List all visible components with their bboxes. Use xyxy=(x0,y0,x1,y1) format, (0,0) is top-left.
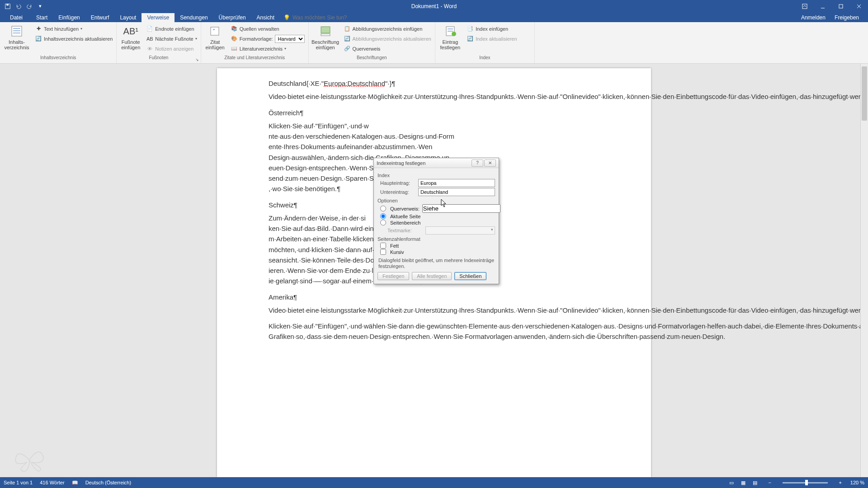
view-buttons: ▭ ▦ ▤ xyxy=(726,479,760,487)
titlebar: ▾ Dokument1 - Word xyxy=(0,0,868,12)
footnotes-launcher[interactable]: ↘ xyxy=(194,57,200,62)
add-text-button[interactable]: ✚Text hinzufügen xyxy=(33,24,114,33)
tell-me-text: Was möchten Sie tun? xyxy=(292,14,347,21)
update-toc-button[interactable]: 🔄Inhaltsverzeichnis aktualisieren xyxy=(33,34,114,43)
manage-sources-button[interactable]: 📚Quellen verwalten xyxy=(229,24,307,33)
save-icon[interactable] xyxy=(3,1,13,11)
sub-entry-input[interactable] xyxy=(418,188,495,196)
insert-tof-button[interactable]: 📋Abbildungsverzeichnis einfügen xyxy=(342,24,433,33)
group-label-index: Index xyxy=(437,55,533,62)
style-icon: 🎨 xyxy=(231,35,238,42)
endnote-icon: 📄 xyxy=(146,25,153,33)
ribbon-options-icon[interactable] xyxy=(796,0,814,12)
zoom-thumb[interactable] xyxy=(805,480,808,485)
tab-design[interactable]: Entwurf xyxy=(85,13,115,22)
insert-citation-button[interactable]: " Zitat einfügen xyxy=(203,23,227,50)
footnote-icon: AB¹ xyxy=(123,24,138,38)
heading-deutschland: Deutschland{·XE·"Europa:Deutschland"·}¶ xyxy=(269,78,599,89)
section-index: Index xyxy=(377,173,495,178)
qat-customize-icon[interactable]: ▾ xyxy=(35,1,45,11)
zoom-level[interactable]: 120 % xyxy=(850,480,864,485)
group-label-captions: Beschriftungen xyxy=(311,55,433,62)
italic-checkbox[interactable] xyxy=(380,249,386,255)
tab-mailings[interactable]: Sendungen xyxy=(175,13,213,22)
style-row: 🎨 Formatvorlage: Harvard xyxy=(229,34,307,43)
insert-footnote-button[interactable]: AB¹ Fußnote einfügen xyxy=(118,23,143,50)
tab-file[interactable]: Datei xyxy=(2,13,31,22)
page-range-radio[interactable] xyxy=(380,220,386,225)
bibliography-button[interactable]: 📖Literaturverzeichnis xyxy=(229,44,307,53)
bookmark-combo xyxy=(425,226,495,235)
dialog-help-icon[interactable]: ? xyxy=(472,160,483,167)
ribbon: Inhalts- verzeichnis ✚Text hinzufügen 🔄I… xyxy=(0,22,868,64)
share-link[interactable]: Freigeben xyxy=(830,13,863,22)
sign-in-link[interactable]: Anmelden xyxy=(797,13,830,22)
bulb-icon: 💡 xyxy=(283,14,290,21)
dialog-note: Dialogfeld bleibt geöffnet, um mehrere I… xyxy=(378,258,494,269)
next-footnote-button[interactable]: ABNächste Fußnote xyxy=(144,34,198,43)
svg-rect-7 xyxy=(12,26,22,36)
group-label-footnotes: Fußnoten xyxy=(118,55,198,62)
web-layout-icon[interactable]: ▤ xyxy=(750,479,760,487)
read-mode-icon[interactable]: ▭ xyxy=(726,479,736,487)
undo-icon[interactable] xyxy=(14,1,24,11)
svg-rect-14 xyxy=(321,34,330,36)
cross-ref-button[interactable]: 🔗Querverweis xyxy=(342,44,433,53)
zoom-slider[interactable] xyxy=(783,482,828,483)
insert-index-button[interactable]: 📑Index einfügen xyxy=(465,24,519,33)
zoom-out-icon[interactable]: − xyxy=(767,480,773,485)
update-index-icon: 🔄 xyxy=(467,35,474,42)
vertical-scrollbar[interactable] xyxy=(860,64,868,477)
tab-layout[interactable]: Layout xyxy=(114,13,142,22)
mark-button[interactable]: Festlegen xyxy=(377,272,409,280)
svg-text:": " xyxy=(213,28,215,34)
zoom-in-icon[interactable]: + xyxy=(838,480,843,485)
close-button[interactable]: Schließen xyxy=(454,272,486,280)
insert-endnote-button[interactable]: 📄Endnote einfügen xyxy=(144,24,198,33)
tab-insert[interactable]: Einfügen xyxy=(53,13,85,22)
scroll-thumb[interactable] xyxy=(862,66,867,121)
tab-references[interactable]: Verweise xyxy=(142,13,175,22)
tell-me[interactable]: 💡 Was möchten Sie tun? xyxy=(280,13,350,22)
paragraph: Klicken·Sie·auf·"Einfügen",·und·wählen·S… xyxy=(269,321,599,342)
tab-start[interactable]: Start xyxy=(31,13,53,22)
toc-icon xyxy=(9,24,24,38)
tab-view[interactable]: Ansicht xyxy=(251,13,280,22)
crossref-radio[interactable] xyxy=(380,206,386,211)
status-page[interactable]: Seite 1 von 1 xyxy=(4,480,33,485)
current-page-radio[interactable] xyxy=(380,213,386,219)
svg-rect-13 xyxy=(321,27,330,33)
show-notes-icon: 👁 xyxy=(146,45,153,52)
mark-entry-button[interactable]: Eintrag festlegen xyxy=(437,23,463,50)
main-entry-input[interactable] xyxy=(418,179,495,187)
dialog-titlebar[interactable]: Indexeintrag festlegen ? ✕ xyxy=(374,158,499,168)
update-index-button: 🔄Index aktualisieren xyxy=(465,34,519,43)
crossref-input[interactable] xyxy=(422,204,500,213)
paragraph: Video·bietet·eine·leistungsstarke·Möglic… xyxy=(269,91,599,102)
maximize-icon[interactable] xyxy=(832,0,850,12)
print-layout-icon[interactable]: ▦ xyxy=(738,479,748,487)
dialog-close-icon[interactable]: ✕ xyxy=(484,160,496,167)
tof-icon: 📋 xyxy=(344,25,351,33)
status-words[interactable]: 416 Wörter xyxy=(40,480,64,485)
paragraph: Video·bietet·eine·leistungsstarke·Möglic… xyxy=(269,305,599,315)
svg-point-18 xyxy=(452,32,456,36)
minimize-icon[interactable] xyxy=(814,0,832,12)
ribbon-tabs: Datei Start Einfügen Entwurf Layout Verw… xyxy=(0,12,868,22)
quick-access-toolbar: ▾ xyxy=(0,1,45,11)
citation-icon: " xyxy=(208,24,222,38)
redo-icon[interactable] xyxy=(24,1,34,11)
tab-review[interactable]: Überprüfen xyxy=(213,13,251,22)
status-bar: Seite 1 von 1 416 Wörter 📖 Deutsch (Öste… xyxy=(0,477,868,488)
insert-caption-button[interactable]: Beschriftung einfügen xyxy=(311,23,340,50)
bold-checkbox[interactable] xyxy=(380,243,386,249)
mark-all-button[interactable]: Alle festlegen xyxy=(412,272,452,280)
group-toc: Inhalts- verzeichnis ✚Text hinzufügen 🔄I… xyxy=(0,22,117,63)
status-proofing-icon[interactable]: 📖 xyxy=(72,480,78,486)
status-language[interactable]: Deutsch (Österreich) xyxy=(85,480,131,485)
style-select[interactable]: Harvard xyxy=(275,35,305,43)
toc-button[interactable]: Inhalts- verzeichnis xyxy=(2,23,32,50)
close-icon[interactable] xyxy=(850,0,868,12)
caption-icon xyxy=(318,24,333,38)
svg-rect-1 xyxy=(6,4,8,5)
